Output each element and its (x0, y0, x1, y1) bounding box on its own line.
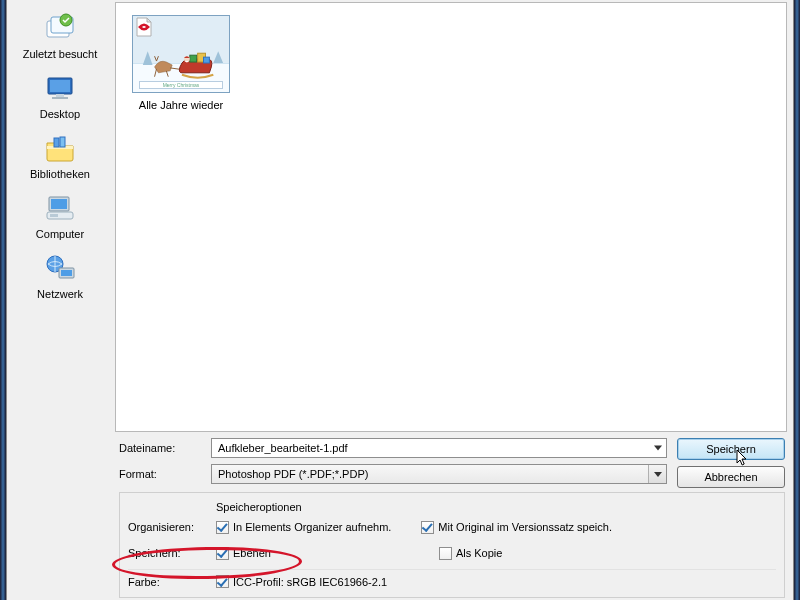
save-options-group: Speicheroptionen Organisieren: In Elemen… (119, 492, 785, 598)
file-thumbnail: Merry Christmas (132, 15, 230, 93)
file-item-label: Alle Jahre wieder (139, 99, 223, 111)
desktop-icon (40, 70, 80, 106)
filename-input[interactable]: Aufkleber_bearbeitet-1.pdf (211, 438, 667, 458)
svg-rect-6 (52, 97, 68, 99)
filename-value: Aufkleber_bearbeitet-1.pdf (218, 442, 348, 454)
sidebar-item-recent[interactable]: Zuletzt besucht (12, 8, 108, 60)
checkbox-as-copy[interactable]: Als Kopie (439, 547, 502, 560)
format-select[interactable]: Photoshop PDF (*.PDF;*.PDP) (211, 464, 667, 484)
sidebar-item-label: Netzwerk (37, 288, 83, 300)
sidebar-item-desktop[interactable]: Desktop (12, 68, 108, 120)
save-button[interactable]: Speichern (677, 438, 785, 460)
chevron-down-icon (648, 465, 666, 483)
checkbox-versionset[interactable]: Mit Original im Versionssatz speich. (421, 521, 612, 534)
thumbnail-caption: Merry Christmas (139, 81, 223, 89)
svg-rect-11 (51, 199, 67, 209)
sidebar-item-network[interactable]: Netzwerk (12, 248, 108, 300)
checkbox-icc-profile[interactable]: ICC-Profil: sRGB IEC61966-2.1 (216, 575, 387, 588)
pdf-badge-icon (133, 16, 155, 38)
svg-line-18 (166, 71, 168, 77)
sidebar-item-label: Bibliotheken (30, 168, 90, 180)
svg-rect-4 (50, 80, 70, 92)
cancel-button[interactable]: Abbrechen (677, 466, 785, 488)
checkbox-layers[interactable]: Ebenen (216, 547, 271, 560)
file-list-pane[interactable]: Merry Christmas Alle Jahre wieder (115, 2, 787, 432)
color-group-label: Farbe: (128, 576, 216, 588)
sidebar-item-libraries[interactable]: Bibliotheken (12, 128, 108, 180)
svg-rect-16 (61, 270, 72, 276)
svg-rect-20 (190, 55, 197, 62)
sidebar-item-computer[interactable]: Computer (12, 188, 108, 240)
svg-rect-8 (54, 138, 59, 147)
checkbox-organizer-include[interactable]: In Elements Organizer aufnehm. (216, 521, 391, 534)
file-item[interactable]: Merry Christmas Alle Jahre wieder (126, 15, 236, 111)
save-group-label: Speichern: (128, 547, 216, 559)
computer-icon (40, 190, 80, 226)
svg-rect-13 (50, 214, 58, 217)
format-value: Photoshop PDF (*.PDF;*.PDP) (218, 468, 368, 480)
svg-rect-22 (204, 57, 210, 63)
filename-label: Dateiname: (113, 442, 211, 454)
sidebar-item-label: Desktop (40, 108, 80, 120)
organize-label: Organisieren: (128, 521, 216, 533)
svg-rect-5 (56, 94, 64, 97)
places-sidebar: Zuletzt besucht Desktop (7, 0, 113, 600)
recent-places-icon (40, 10, 80, 46)
svg-rect-9 (60, 137, 65, 147)
libraries-icon (40, 130, 80, 166)
svg-line-17 (155, 69, 157, 77)
format-label: Format: (113, 468, 211, 480)
chevron-down-icon (654, 446, 662, 451)
sidebar-item-label: Zuletzt besucht (23, 48, 98, 60)
network-icon (40, 250, 80, 286)
save-options-title: Speicheroptionen (216, 501, 302, 513)
sidebar-item-label: Computer (36, 228, 84, 240)
